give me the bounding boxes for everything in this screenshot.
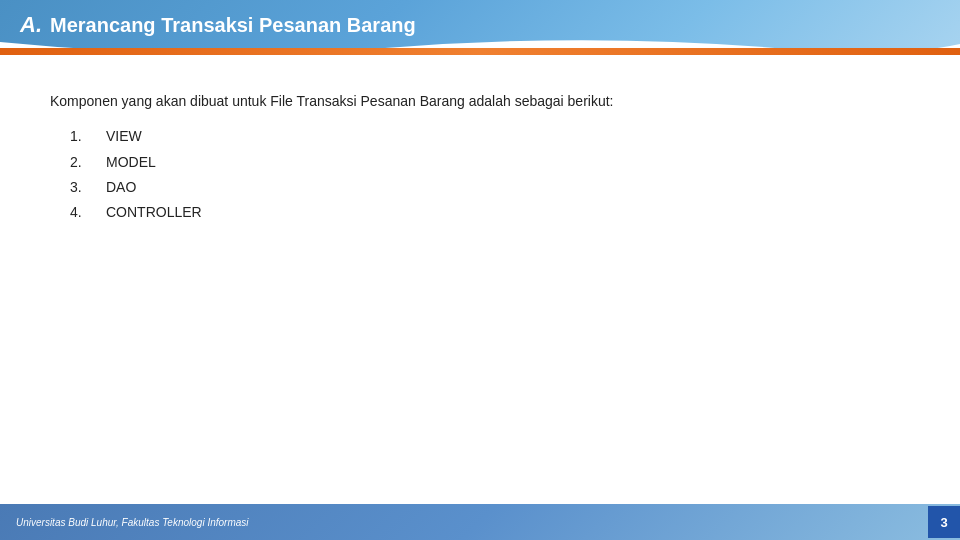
list-item: 4.CONTROLLER [70, 200, 910, 225]
list-number: 4. [70, 200, 90, 225]
list-label: VIEW [106, 124, 142, 149]
list-label: CONTROLLER [106, 200, 202, 225]
content-area: Komponen yang akan dibuat untuk File Tra… [30, 70, 930, 490]
slide-container: A. Merancang Transaksi Pesanan Barang Ko… [0, 0, 960, 540]
intro-text: Komponen yang akan dibuat untuk File Tra… [50, 90, 910, 112]
list-label: DAO [106, 175, 136, 200]
list-number: 3. [70, 175, 90, 200]
footer-page-number: 3 [928, 506, 960, 538]
footer-institution: Universitas Budi Luhur, Fakultas Teknolo… [16, 517, 249, 528]
title-letter: A. [20, 12, 42, 38]
list-number: 2. [70, 150, 90, 175]
list-item: 1.VIEW [70, 124, 910, 149]
list-label: MODEL [106, 150, 156, 175]
list-item: 2.MODEL [70, 150, 910, 175]
list-item: 3.DAO [70, 175, 910, 200]
header-title: Merancang Transaksi Pesanan Barang [50, 14, 416, 37]
list-container: 1.VIEW2.MODEL3.DAO4.CONTROLLER [50, 124, 910, 225]
footer: Universitas Budi Luhur, Fakultas Teknolo… [0, 504, 960, 540]
list-number: 1. [70, 124, 90, 149]
header-title-row: A. Merancang Transaksi Pesanan Barang [0, 0, 960, 50]
